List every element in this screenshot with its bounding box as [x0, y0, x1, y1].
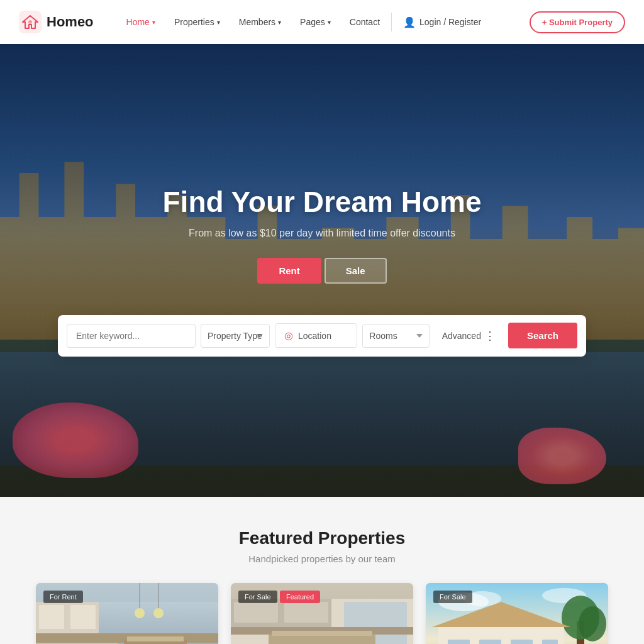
location-icon: ◎	[284, 330, 293, 341]
logo-text: Homeo	[47, 14, 94, 30]
nav-item-pages[interactable]: Pages ▾	[292, 12, 338, 32]
search-bar-wrapper: Property Type House Apartment Villa Cond…	[58, 315, 586, 357]
navbar: Homeo Home ▾ Properties ▾ Members ▾ Page…	[0, 0, 644, 44]
nav-item-members[interactable]: Members ▾	[231, 12, 289, 32]
svg-point-16	[135, 608, 145, 618]
members-chevron-icon: ▾	[278, 19, 281, 26]
section-header: Featured Properties Handpicked propertie…	[19, 528, 625, 564]
svg-point-1	[28, 20, 32, 24]
badge-for-sale-2: For Sale	[238, 591, 277, 603]
property-cards: For Rent $200/mo ♡ ⇄	[19, 583, 625, 644]
hero-subtitle: From as low as $10 per day with limited …	[163, 228, 482, 239]
svg-rect-50	[511, 640, 533, 644]
logo-icon	[19, 11, 42, 33]
advanced-button[interactable]: Advanced ⋮	[435, 323, 503, 349]
hero-content: Find Your Dream Home From as low as $10 …	[163, 185, 482, 284]
login-register-button[interactable]: 👤 Login / Register	[396, 11, 489, 33]
property-card-1[interactable]: For Rent $200/mo ♡ ⇄	[36, 583, 218, 644]
logo[interactable]: Homeo	[19, 11, 94, 33]
search-button[interactable]: Search	[508, 323, 577, 348]
rooms-select[interactable]: Rooms 1 Room 2 Rooms 3 Rooms 4+ Rooms	[362, 324, 429, 348]
nav-item-contact[interactable]: Contact	[342, 12, 387, 32]
rent-tab[interactable]: Rent	[257, 258, 321, 284]
property-image-1: For Rent $200/mo ♡ ⇄	[36, 583, 218, 644]
hero-title: Find Your Dream Home	[163, 185, 482, 219]
home-chevron-icon: ▾	[152, 19, 155, 26]
hero-section: Find Your Dream Home From as low as $10 …	[0, 44, 644, 497]
svg-point-18	[153, 608, 164, 618]
user-icon: 👤	[403, 16, 416, 28]
svg-rect-51	[542, 640, 558, 644]
svg-rect-25	[234, 602, 278, 623]
pages-chevron-icon: ▾	[328, 19, 331, 26]
sale-tab[interactable]: Sale	[325, 258, 387, 284]
property-image-2: For Sale Featured $6500 ♡ ⇄	[231, 583, 413, 644]
svg-rect-6	[70, 605, 96, 629]
properties-chevron-icon: ▾	[217, 19, 220, 26]
submit-property-button[interactable]: + Submit Property	[530, 11, 625, 33]
search-bar: Property Type House Apartment Villa Cond…	[58, 315, 586, 357]
nav-item-home[interactable]: Home ▾	[119, 12, 163, 32]
svg-point-45	[579, 606, 606, 641]
featured-section: Featured Properties Handpicked propertie…	[0, 497, 644, 644]
svg-rect-49	[479, 640, 501, 644]
property-card-3[interactable]: For Sale $7500 ♡ ⇄	[426, 583, 608, 644]
property-card-2[interactable]: For Sale Featured $6500 ♡ ⇄	[231, 583, 413, 644]
property-type-select[interactable]: Property Type House Apartment Villa Cond…	[201, 324, 270, 348]
keyword-input[interactable]	[67, 324, 196, 348]
featured-subtitle: Handpicked properties by our team	[19, 553, 625, 564]
svg-rect-29	[272, 631, 372, 636]
badge-for-sale-3: For Sale	[433, 591, 472, 603]
nav-links: Home ▾ Properties ▾ Members ▾ Pages ▾ Co…	[119, 11, 523, 33]
badge-for-rent-1: For Rent	[43, 591, 83, 603]
location-label: Location	[298, 331, 331, 341]
svg-rect-12	[127, 636, 184, 641]
badge-featured-2: Featured	[280, 591, 320, 603]
location-field[interactable]: ◎ Location	[275, 323, 357, 348]
hero-tabs: Rent Sale	[163, 258, 482, 284]
nav-divider	[391, 13, 392, 31]
svg-rect-48	[448, 640, 470, 644]
featured-title: Featured Properties	[19, 528, 625, 548]
nav-item-properties[interactable]: Properties ▾	[167, 12, 228, 32]
svg-rect-28	[269, 635, 375, 644]
property-image-3: For Sale $7500 ♡ ⇄	[426, 583, 608, 644]
svg-rect-5	[39, 605, 64, 629]
svg-rect-26	[284, 602, 328, 623]
dots-icon: ⋮	[484, 329, 496, 343]
